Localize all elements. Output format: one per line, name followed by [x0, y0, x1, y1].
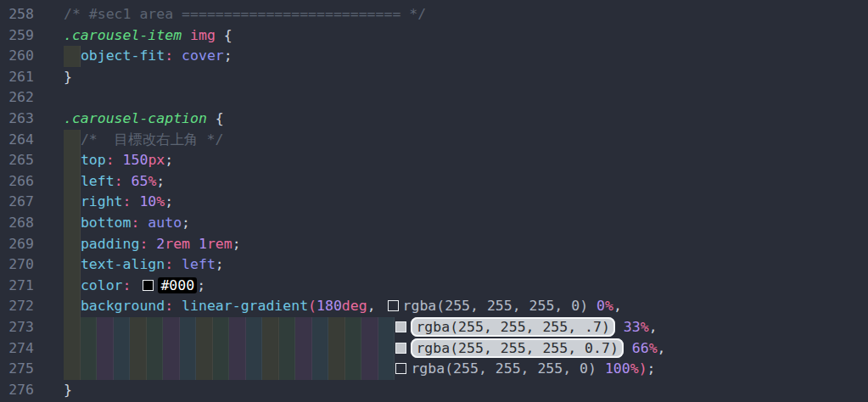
code-line[interactable]: 270 text-align: left;	[0, 254, 868, 276]
syntax-token: 66	[632, 340, 649, 356]
syntax-token: background	[81, 298, 165, 314]
syntax-token: ;	[197, 277, 205, 293]
code-line[interactable]: 265 top: 150px;	[0, 150, 868, 171]
syntax-token: ,	[613, 298, 622, 314]
syntax-token	[64, 256, 81, 272]
line-number[interactable]: 276	[0, 380, 34, 401]
syntax-token	[596, 360, 605, 377]
syntax-token: ,	[367, 298, 384, 314]
syntax-token: /* 目標改右上角 */	[81, 131, 224, 148]
syntax-token: ;	[165, 193, 173, 209]
syntax-token	[64, 277, 81, 293]
syntax-token	[64, 193, 81, 209]
code-line[interactable]: 275 rgba(255, 255, 255, 0) 100%);	[0, 359, 868, 380]
line-number[interactable]: 265	[0, 150, 34, 171]
color-highlight-hex: #000	[158, 277, 197, 293]
line-number[interactable]: 264	[0, 130, 34, 151]
code-line[interactable]: 263.carousel-caption {	[0, 109, 868, 130]
line-number[interactable]: 263	[0, 109, 34, 130]
line-number[interactable]: 268	[0, 213, 34, 234]
syntax-token: :	[139, 236, 148, 252]
syntax-token: ;	[165, 152, 173, 168]
syntax-token: linear-gradient	[182, 298, 308, 314]
syntax-token: 150	[123, 152, 148, 168]
color-swatch-black[interactable]	[143, 280, 154, 291]
syntax-token: color	[81, 277, 123, 293]
code-line[interactable]: 276}	[0, 380, 868, 401]
syntax-token: px	[148, 152, 165, 168]
syntax-token	[615, 319, 624, 335]
line-number[interactable]: 258	[0, 4, 34, 25]
syntax-token	[139, 215, 148, 231]
code-line[interactable]: 266 left: 65%;	[0, 171, 868, 193]
syntax-token	[173, 47, 182, 64]
line-number[interactable]: 271	[0, 276, 34, 297]
code-line[interactable]: 258/* #sec1 area =======================…	[0, 4, 868, 25]
syntax-token: )	[639, 360, 647, 377]
color-highlight-pill: rgba(255, 255, 255, .7)	[411, 317, 614, 337]
line-number[interactable]: 262	[0, 87, 34, 109]
syntax-token: :	[115, 173, 123, 189]
line-number[interactable]: 270	[0, 254, 34, 276]
line-number[interactable]: 266	[0, 171, 34, 193]
line-number[interactable]: 259	[0, 25, 34, 47]
syntax-token: :	[165, 47, 173, 64]
line-number[interactable]: 273	[0, 317, 34, 338]
syntax-token: left	[182, 256, 216, 272]
code-line[interactable]: 261}	[0, 67, 868, 88]
color-highlight-pill: rgba(255, 255, 255, 0.7)	[411, 338, 623, 358]
syntax-token: 10	[139, 193, 156, 209]
syntax-token: left	[81, 173, 115, 189]
syntax-token: {	[207, 110, 224, 126]
code-line[interactable]: 274 rgba(255, 255, 255, 0.7) 66%,	[0, 338, 868, 360]
color-swatch-gray[interactable]	[395, 321, 406, 332]
syntax-token: %	[649, 340, 658, 356]
code-line[interactable]: 259.carousel-item img {	[0, 25, 868, 47]
syntax-token: 180	[316, 298, 342, 314]
line-number[interactable]: 260	[0, 46, 34, 67]
code-line-content: top: 150px;	[64, 150, 868, 171]
syntax-token: %	[641, 319, 649, 335]
syntax-token	[123, 173, 132, 189]
code-line-content: background: linear-gradient(180deg, rgba…	[64, 296, 868, 317]
line-number[interactable]: 269	[0, 234, 34, 255]
syntax-token	[64, 173, 81, 189]
color-swatch-transparent[interactable]	[395, 363, 406, 374]
code-line[interactable]: 273 rgba(255, 255, 255, .7) 33%,	[0, 317, 868, 338]
syntax-token: deg	[342, 298, 367, 314]
line-number[interactable]: 261	[0, 67, 34, 88]
syntax-token	[588, 298, 596, 314]
color-swatch-transparent[interactable]	[388, 300, 399, 311]
code-line-content: }	[64, 380, 868, 401]
code-line[interactable]: 267 right: 10%;	[0, 192, 868, 213]
line-number[interactable]: 274	[0, 338, 34, 360]
line-number[interactable]: 267	[0, 192, 34, 213]
syntax-token: cover	[182, 47, 224, 64]
code-line-content: rgba(255, 255, 255, 0) 100%);	[64, 359, 868, 380]
code-line[interactable]: 269 padding: 2rem 1rem;	[0, 234, 868, 255]
syntax-token: ;	[232, 236, 241, 252]
code-line[interactable]: 262	[0, 87, 868, 109]
syntax-token	[624, 340, 632, 356]
line-number[interactable]: 275	[0, 359, 34, 380]
syntax-token	[131, 193, 139, 209]
line-number[interactable]: 272	[0, 296, 34, 317]
code-line[interactable]: 268 bottom: auto;	[0, 213, 868, 234]
syntax-token: top	[81, 152, 106, 168]
syntax-token: :	[123, 277, 132, 293]
syntax-token	[64, 47, 81, 64]
code-line[interactable]: 264 /* 目標改右上角 */	[0, 130, 868, 151]
syntax-token: {	[216, 27, 232, 43]
syntax-token: 1	[199, 236, 207, 252]
syntax-token	[64, 298, 81, 314]
syntax-token: .carousel-item	[64, 27, 182, 43]
code-line-content: }	[64, 67, 868, 88]
code-line-content: color: #000;	[64, 276, 868, 297]
code-line[interactable]: 272 background: linear-gradient(180deg, …	[0, 296, 868, 317]
code-line[interactable]: 260 object-fit: cover;	[0, 46, 868, 67]
code-line[interactable]: 271 color: #000;	[0, 276, 868, 297]
syntax-token: :	[165, 298, 173, 314]
syntax-token: %	[630, 360, 639, 377]
code-line-content	[64, 87, 868, 109]
color-swatch-gray[interactable]	[395, 343, 406, 354]
